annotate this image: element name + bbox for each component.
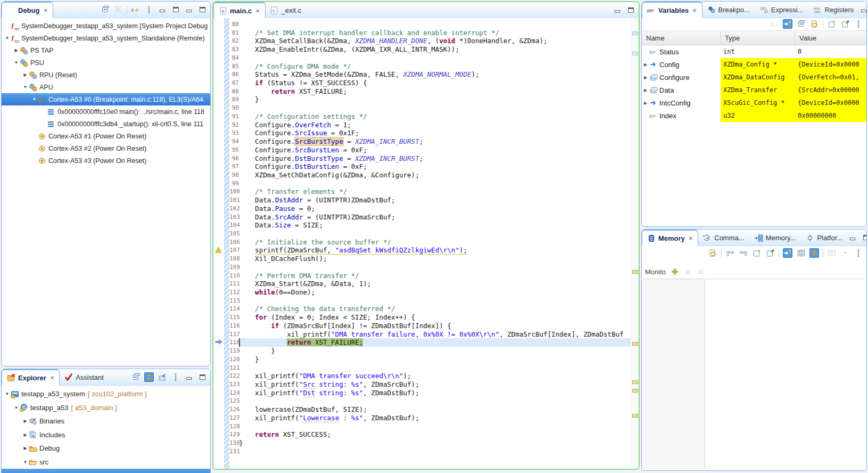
tree-item-0x00000000fffc10e0-main-src-main-c-line-[interactable]: 0x00000000fffc10e0 main(): ../src/main.c… <box>2 105 210 118</box>
import-1010-button[interactable]: 1010 <box>725 248 735 258</box>
tab--exit-c[interactable]: c_exit.c <box>266 2 307 18</box>
tree-item-psu[interactable]: ▼PSU <box>2 56 210 69</box>
code-line[interactable]: for (Index = 0; Index < SIZE; Index++) { <box>239 313 631 322</box>
tree-item-testapp-a53[interactable]: ▼Ctestapp_a53[ a53_domain ] <box>2 401 210 415</box>
twistie-icon[interactable]: ▼ <box>22 85 29 89</box>
minimize-button[interactable] <box>859 5 867 14</box>
close-icon[interactable]: ✕ <box>689 235 693 241</box>
line-number[interactable]: 127 <box>229 414 239 422</box>
twistie-icon[interactable]: ▶ <box>642 75 649 80</box>
view-menu-button[interactable] <box>171 372 180 382</box>
editor-line-numbers[interactable]: 8081828384858687888990919293949596979899… <box>229 18 239 469</box>
tree-item-cortex-a53-3-power-on-reset-[interactable]: Cortex-A53 #3 (Power On Reset) <box>2 154 210 167</box>
line-number[interactable]: 102 <box>229 205 239 213</box>
editor-overview-ruler[interactable] <box>631 18 639 469</box>
tab-memory-[interactable]: Memory... <box>750 230 801 246</box>
remove-monitor-button[interactable] <box>683 267 692 276</box>
code-line[interactable] <box>239 422 631 431</box>
overview-annotation-mark[interactable] <box>632 414 638 418</box>
code-line[interactable]: XZDma_EnableIntr(&ZDma, (XZDMA_IXR_ALL_I… <box>239 45 631 54</box>
column-header-name[interactable]: Name <box>642 31 721 45</box>
code-line[interactable]: xil_printf("Lowercase : %s", ZDmaDstBuf)… <box>239 414 631 422</box>
tree-item-cortex-a53-1-power-on-reset-[interactable]: Cortex-A53 #1 (Power On Reset) <box>2 130 210 142</box>
twistie-icon[interactable]: ▼ <box>22 460 29 464</box>
editor-marker-gutter[interactable]: ! <box>213 18 225 469</box>
dropdown-caret-button[interactable] <box>840 248 850 258</box>
minimize-button[interactable] <box>158 5 167 14</box>
minimize-button[interactable] <box>184 372 194 382</box>
code-line[interactable]: Configure.DstBurstLen = 0xF; <box>239 162 631 171</box>
import-wiz-button[interactable] <box>158 372 167 382</box>
line-number[interactable]: 122 <box>229 372 239 380</box>
line-number[interactable]: 128 <box>229 422 239 431</box>
view-menu-button[interactable] <box>854 19 863 29</box>
code-line[interactable]: Status = XZDma_SetMode(&ZDma, FALSE, XZD… <box>239 70 631 79</box>
minimize-button[interactable] <box>848 233 857 242</box>
line-number[interactable]: 100 <box>229 187 239 196</box>
line-number[interactable]: 95 <box>229 146 239 154</box>
line-number[interactable]: 124 <box>229 389 239 397</box>
tab-main-c[interactable]: cmain.c✕ <box>213 2 266 19</box>
line-number[interactable]: 111 <box>229 280 239 288</box>
new-view-button[interactable] <box>827 19 837 29</box>
twistie-icon[interactable]: ▶ <box>22 433 29 437</box>
line-number[interactable]: 130 <box>229 439 239 447</box>
line-number[interactable]: 80 <box>229 20 239 29</box>
tree-item-includes[interactable]: ▶hIncludes <box>2 428 210 442</box>
close-icon[interactable]: ✕ <box>50 375 54 381</box>
line-number[interactable]: 98 <box>229 171 239 180</box>
twistie-icon[interactable]: ▶ <box>22 419 29 423</box>
code-line[interactable]: Configure.SrcIssue = 0x1F; <box>239 129 631 137</box>
line-number[interactable]: 94 <box>229 137 239 146</box>
code-line[interactable]: Data.Size = SIZE; <box>239 221 631 230</box>
twistie-icon[interactable]: ▶ <box>642 88 649 93</box>
tree-item-ps-tap[interactable]: ▶PS TAP <box>2 44 210 56</box>
code-line[interactable]: /* Initialize the source buffer */ <box>239 238 631 247</box>
line-number[interactable]: 131 <box>229 447 239 456</box>
code-line[interactable]: } <box>239 95 631 104</box>
code-line[interactable]: Configure.SrcBurstLen = 0xF; <box>239 146 631 154</box>
switch-layout-button[interactable] <box>809 248 819 258</box>
code-line[interactable]: } <box>239 355 631 364</box>
tab-assistant[interactable]: Assistant <box>60 369 109 385</box>
variable-row-status[interactable]: (x)=Statusint0 <box>642 45 866 58</box>
line-number[interactable]: 101 <box>229 196 239 205</box>
code-line[interactable]: /* Perform DMA transfer */ <box>239 272 631 280</box>
maximize-button[interactable] <box>861 233 867 242</box>
variable-row-configure[interactable]: ▶ConfigureXZDma_DataConfig{OverFetch=0x0… <box>642 71 866 84</box>
code-line[interactable] <box>239 104 631 112</box>
line-number[interactable]: 97 <box>229 162 239 171</box>
tab-platfor-[interactable]: Platfor... <box>801 230 848 246</box>
new-view-button[interactable] <box>752 248 762 258</box>
variable-row-config[interactable]: ▶ConfigXZDma_Config *{DeviceId=0x0000 <box>642 58 866 71</box>
twistie-icon[interactable]: ▶ <box>22 446 29 451</box>
line-number[interactable]: 109 <box>229 263 239 272</box>
code-line[interactable]: xil_printf("Dst string: %s", ZDmaDstBuf)… <box>239 389 631 397</box>
twistie-icon[interactable]: ▼ <box>4 392 11 396</box>
maximize-button[interactable] <box>171 5 180 14</box>
tree-item[interactable] <box>2 469 210 473</box>
code-line[interactable] <box>239 447 631 456</box>
remove-all-monitors-button[interactable] <box>696 267 705 276</box>
column-header-value[interactable]: Value <box>795 31 866 45</box>
overview-annotation-mark[interactable] <box>632 270 638 274</box>
close-icon[interactable]: ✕ <box>255 8 260 14</box>
tab-registers[interactable]: 10100101Registers <box>808 2 859 18</box>
tree-item-0x00000000fffc3db4-startup-xil-crt0-s-li[interactable]: 0x00000000fffc3db4 _startup(): xil-crt0.… <box>2 118 210 130</box>
twistie-icon[interactable]: ▶ <box>22 72 29 77</box>
line-number[interactable]: 112 <box>229 288 239 297</box>
twistie-icon[interactable]: ▼ <box>31 97 38 102</box>
twistie-icon[interactable]: ▶ <box>642 62 649 67</box>
warning-marker-icon[interactable]: ! <box>215 247 222 254</box>
twistie-icon[interactable]: ▼ <box>13 405 20 410</box>
split-pane-button[interactable] <box>827 248 837 258</box>
tree-item-systemdebugger-testapp-a53-system-system[interactable]: ƒTCFSystemDebugger_testapp_a53_system [S… <box>2 20 210 32</box>
link-tree-button[interactable] <box>783 19 792 29</box>
line-number[interactable]: 125 <box>229 397 239 405</box>
code-line[interactable]: xil_printf("Src string: %s", ZDmaSrcBuf)… <box>239 380 631 389</box>
code-line[interactable]: return XST_SUCCESS; <box>239 430 631 439</box>
code-line[interactable]: Configure.DstBurstType = XZDMA_INCR_BURS… <box>239 154 631 163</box>
tab-breakpo-[interactable]: Breakpo... <box>702 2 755 18</box>
maximize-button[interactable] <box>197 5 207 14</box>
tree-item-systemdebugger-testapp-a53-system-standa[interactable]: ▼ƒTCFSystemDebugger_testapp_a53_system_S… <box>2 32 210 44</box>
